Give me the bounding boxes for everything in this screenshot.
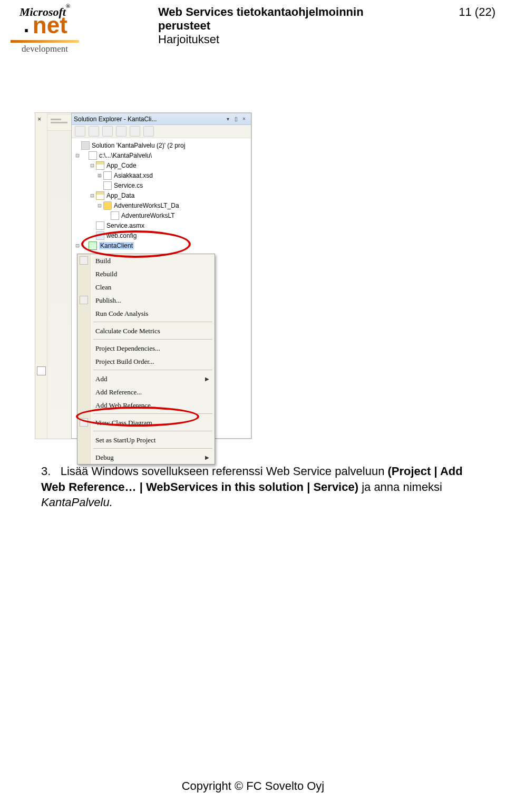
menu-run-code-analysis[interactable]: Run Code Analysis: [77, 307, 215, 320]
menu-project-build-order[interactable]: Project Build Order...: [77, 355, 215, 368]
ide-screenshot: × Solution Explorer - KantaCli... ▾ ▯ ×: [35, 112, 252, 439]
menu-add[interactable]: Add▶: [77, 372, 215, 385]
menu-view-class-diagram[interactable]: View Class Diagram: [77, 416, 215, 429]
instruction-text: 3. Lisää Windows sovellukseen referenssi…: [41, 463, 474, 510]
menu-project-deps[interactable]: Project Dependencies...: [77, 342, 215, 355]
menu-publish[interactable]: Publish...: [77, 294, 215, 307]
close-icon: ×: [37, 115, 41, 123]
menu-build[interactable]: Build: [77, 254, 215, 267]
menu-add-web-reference[interactable]: Add Web Reference...: [77, 399, 215, 412]
menu-clean[interactable]: Clean: [77, 281, 215, 294]
solution-explorer-title: Solution Explorer - KantaCli... ▾ ▯ ×: [72, 113, 251, 125]
close-icon: ×: [242, 116, 249, 122]
menu-rebuild[interactable]: Rebuild: [77, 267, 215, 281]
context-menu: Build Rebuild Clean Publish... Run Code …: [77, 254, 215, 465]
menu-debug[interactable]: Debug▶: [77, 451, 215, 464]
page-number: 11 (22): [459, 5, 499, 54]
solution-tree: Solution 'KantaPalvelu (2)' (2 proj ⊟c:\…: [72, 138, 251, 250]
menu-calc-code-metrics[interactable]: Calculate Code Metrics: [77, 324, 215, 337]
menu-set-as-startup[interactable]: Set as StartUp Project: [77, 433, 215, 447]
dropdown-icon: ▾: [227, 116, 233, 122]
solution-explorer-toolbar: [72, 125, 251, 138]
doc-header: Web Services tietokantaohjelmoinnin peru…: [84, 5, 459, 54]
dotnet-logo: Microsoft® .net development: [5, 5, 84, 54]
menu-add-reference[interactable]: Add Reference...: [77, 385, 215, 399]
pin-icon: ▯: [235, 116, 241, 122]
footer-copyright: Copyright © FC Sovelto Oyj: [0, 779, 506, 793]
